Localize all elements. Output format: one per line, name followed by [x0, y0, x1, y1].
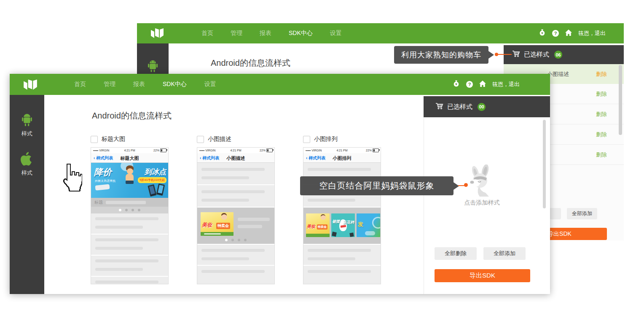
delete-link[interactable]: 删除	[596, 90, 607, 98]
placeholder-bar	[238, 225, 262, 228]
battery-percent: 22%	[366, 149, 372, 152]
ad-text: 美妆	[307, 224, 315, 229]
nav-item-sdk-center[interactable]: SDK中心	[163, 81, 187, 88]
kangaroo-mascot-icon[interactable]	[465, 165, 496, 198]
delete-link[interactable]: 删除	[596, 131, 607, 138]
delete-link[interactable]: 删除	[596, 151, 607, 159]
phone-product-image	[156, 183, 165, 196]
delete-link[interactable]: 删除	[596, 111, 607, 118]
export-sdk-button[interactable]: 导出SDK	[435, 269, 530, 282]
nav-item-manage[interactable]: 管理	[104, 81, 115, 88]
feed-item-placeholder	[303, 245, 381, 265]
style-name: 小图描述	[547, 70, 569, 78]
ad-text: 裙摆	[332, 219, 340, 224]
panel-title: 已选样式	[447, 103, 472, 111]
logo-icon[interactable]	[22, 78, 38, 92]
back-nav-menu: 首页 管理 报表 SDK中心 设置	[201, 23, 342, 43]
phone-status-bar: ••••• VIRGIN 4:21 PM 22%	[197, 148, 274, 153]
add-all-button[interactable]: 全部添加	[567, 208, 597, 219]
annotation-mascot-text: 空白页结合阿里妈妈袋鼠形象	[319, 180, 435, 192]
ad-text: 发	[358, 221, 363, 228]
phone-screen-title: 小图排列	[303, 155, 381, 162]
nav-item-report[interactable]: 报表	[260, 30, 271, 37]
banner-headline-left: 降价	[94, 166, 112, 178]
front-panel-body: 点击添加样式 全部删除 全部添加 导出SDK	[424, 117, 550, 294]
cartoon-face	[127, 168, 133, 174]
carousel-dot	[238, 239, 240, 241]
user-logout-link[interactable]: 筱恩，退出	[492, 81, 520, 88]
style-card-small-image-grid: 小图排列 ••••• VIRGIN 4:21 PM 22% ‹ 样式列表 小图排…	[303, 135, 381, 284]
feed-media-item: 美妆 特卖会	[197, 208, 274, 244]
nav-item-settings[interactable]: 设置	[330, 30, 342, 37]
sidebar-item-label: 样式	[10, 169, 44, 177]
phone-preview-small-image-grid: ••••• VIRGIN 4:21 PM 22% ‹ 样式列表 小图排列	[303, 147, 381, 284]
style-checkbox[interactable]	[303, 136, 310, 143]
placeholder-bar	[201, 270, 265, 273]
sidebar-item-android-styles[interactable]: 样式	[10, 113, 44, 138]
placeholder-bar	[95, 217, 158, 220]
empty-panel-hint: 点击添加样式	[424, 199, 540, 207]
placeholder-bar	[95, 259, 158, 262]
add-all-button[interactable]: 全部添加	[483, 247, 526, 260]
moneybag-icon[interactable]: ¥	[539, 29, 546, 38]
home-icon[interactable]	[565, 30, 572, 38]
feed-item-placeholder	[303, 266, 381, 284]
feed-item-placeholder	[91, 235, 168, 255]
placeholder-bar	[308, 257, 355, 260]
placeholder-bar	[308, 249, 371, 252]
page-title: Android的信息流样式	[211, 57, 290, 69]
ad-text: 新花样	[343, 220, 354, 225]
front-window: 首页 管理 报表 SDK中心 设置 ¥ ? 筱恩，退出	[10, 74, 550, 294]
front-panel-scrollbar[interactable]	[543, 120, 546, 208]
placeholder-bar	[201, 257, 249, 260]
tooltip-arrow	[488, 51, 494, 59]
placeholder-bar	[95, 281, 158, 283]
nav-item-settings[interactable]: 设置	[204, 81, 216, 88]
nav-item-report[interactable]: 报表	[133, 81, 145, 88]
style-card-small-image-desc: 小图描述 ••••• VIRGIN 4:21 PM 22% ‹ 样式列表 小图描…	[197, 135, 275, 284]
back-panel-scrollbar[interactable]	[619, 65, 622, 135]
banner-headline-right: 到冰点	[145, 167, 166, 177]
home-icon[interactable]	[479, 81, 486, 89]
nav-item-manage[interactable]: 管理	[231, 30, 242, 37]
back-nav-right: ¥ ? 筱恩，退出	[539, 23, 606, 43]
style-card-label: 小图描述	[208, 135, 231, 143]
sidebar-item-ios-styles[interactable]: 样式	[10, 152, 44, 177]
front-nav-right: ¥ ? 筱恩，退出	[453, 74, 520, 95]
style-checkbox[interactable]	[197, 136, 204, 143]
battery-icon	[373, 148, 379, 152]
user-logout-link[interactable]: 筱恩，退出	[578, 30, 606, 37]
panel-title: 已选样式	[524, 51, 549, 59]
banner-caption-bar: 标题	[91, 198, 168, 207]
help-icon[interactable]: ?	[552, 30, 559, 37]
android-icon[interactable]	[147, 59, 158, 74]
logo-icon[interactable]	[150, 27, 165, 40]
sidebar-item-label: 样式	[10, 130, 44, 138]
dress-ad-image: 裙摆 新花样	[331, 213, 355, 237]
page-title: Android的信息流样式	[92, 110, 172, 121]
style-checkbox[interactable]	[91, 136, 98, 143]
feed-item-placeholder	[91, 277, 168, 284]
cart-icon	[512, 50, 520, 59]
cart-icon	[435, 103, 443, 111]
back-navbar: 首页 管理 报表 SDK中心 设置 ¥ ? 筱恩，退出	[137, 23, 624, 43]
carousel-dots-row	[197, 239, 274, 241]
desktop: 首页 管理 报表 SDK中心 设置 ¥ ? 筱恩，退出	[0, 0, 644, 313]
delete-link[interactable]: 删除	[596, 70, 607, 78]
phone-screen-title: 标题大图	[91, 155, 168, 162]
placeholder-bar	[201, 199, 249, 202]
moneybag-icon[interactable]: ¥	[453, 80, 460, 89]
feed-media-grid: 美妆 特卖会 裙摆 新花样 发	[303, 208, 381, 244]
nav-item-home[interactable]: 首页	[201, 30, 213, 37]
feed-item-placeholder	[91, 256, 168, 276]
carousel-dot	[231, 239, 234, 241]
placeholder-bar	[201, 168, 265, 171]
front-navbar: 首页 管理 报表 SDK中心 设置 ¥ ? 筱恩，退出	[10, 74, 550, 95]
help-icon[interactable]: ?	[466, 81, 473, 88]
phone-status-bar: ••••• VIRGIN 4:21 PM 22%	[303, 148, 381, 153]
nav-item-sdk-center[interactable]: SDK中心	[289, 30, 313, 37]
placeholder-bar	[308, 270, 371, 273]
nav-item-home[interactable]: 首页	[74, 81, 86, 88]
delete-all-button[interactable]: 全部删除	[435, 247, 477, 260]
placeholder-bar	[308, 168, 371, 171]
